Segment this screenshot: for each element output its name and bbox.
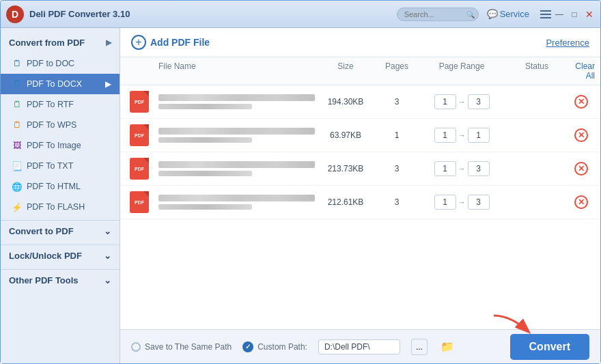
arrow-icon: →	[458, 198, 466, 206]
app-window: D Deli PDF Converter 3.10 💬 Service — □ …	[0, 0, 601, 364]
search-input[interactable]	[397, 8, 479, 21]
app-title: Deli PDF Converter 3.10	[29, 9, 397, 19]
page-from-input[interactable]	[434, 128, 456, 143]
sidebar-section-lock-unlock[interactable]: Lock/Unlock PDF ⌄	[1, 244, 120, 266]
filename-cell	[153, 195, 315, 210]
main-content: + Add PDF File Preference File Name Size…	[120, 28, 600, 363]
sidebar-item-pdf-to-docx[interactable]: 🗒 PDF To DOCX ▶	[1, 74, 120, 94]
search-wrap	[397, 8, 479, 21]
table-row: PDF 213.73KB 3 → ✕	[120, 152, 600, 186]
table-row: PDF 63.97KB 1 → ✕	[120, 119, 600, 152]
pages-cell: 3	[376, 197, 417, 207]
file-icon-cell: PDF	[126, 91, 153, 113]
sidebar-section-convert-from-pdf[interactable]: Convert from PDF ▶	[1, 32, 120, 53]
docx-icon: 🗒	[12, 79, 23, 89]
titlebar: D Deli PDF Converter 3.10 💬 Service — □ …	[1, 1, 600, 28]
sidebar-item-pdf-to-html[interactable]: 🌐 PDF To HTML	[1, 176, 120, 197]
open-folder-button[interactable]: 📁	[438, 338, 456, 356]
chevron-down-icon2: ⌄	[104, 251, 111, 261]
remove-circle-icon: ✕	[574, 162, 588, 176]
remove-circle-icon: ✕	[574, 195, 588, 209]
txt-icon: 📃	[12, 160, 23, 171]
pdf-file-icon: PDF	[130, 191, 149, 213]
sidebar-item-pdf-to-wps[interactable]: 🗒 PDF To WPS	[1, 115, 120, 135]
close-button[interactable]: ✕	[584, 9, 595, 20]
page-range-cell: →	[417, 128, 506, 143]
pdf-file-icon: PDF	[130, 158, 149, 180]
sidebar-item-pdf-to-flash[interactable]: ⚡ PDF To FLASH	[1, 197, 120, 217]
service-button[interactable]: 💬 Service	[487, 9, 529, 19]
page-to-input[interactable]	[468, 161, 490, 176]
menu-button[interactable]	[537, 8, 554, 21]
remove-button[interactable]: ✕	[568, 128, 595, 142]
doc-icon: 🗒	[12, 58, 23, 69]
filename-cell	[153, 161, 315, 176]
page-from-input[interactable]	[434, 195, 456, 210]
html-icon: 🌐	[12, 181, 23, 192]
minimize-button[interactable]: —	[554, 9, 565, 20]
col-size-header: Size	[315, 61, 376, 81]
chevron-down-icon3: ⌄	[104, 275, 111, 285]
add-pdf-button[interactable]: + Add PDF File	[131, 35, 210, 50]
page-range-cell: →	[417, 195, 506, 210]
sidebar-item-pdf-to-image[interactable]: 🖼 PDF To Image	[1, 135, 120, 156]
table-header: File Name Size Pages Page Range Status C…	[120, 57, 600, 85]
page-to-input[interactable]	[468, 195, 490, 210]
app-logo: D	[6, 5, 24, 23]
bottom-bar: Save to The Same Path ✓ Custom Path: ...…	[120, 329, 600, 363]
col-filename-header: File Name	[153, 61, 315, 81]
pages-cell: 1	[376, 130, 417, 140]
flash-icon: ⚡	[12, 201, 23, 212]
pdf-file-icon: PDF	[130, 124, 149, 146]
remove-button[interactable]: ✕	[568, 195, 595, 209]
sidebar-section-convert-to-pdf[interactable]: Convert to PDF ⌄	[1, 220, 120, 242]
pdf-file-icon: PDF	[130, 91, 149, 113]
sidebar-item-pdf-to-rtf[interactable]: 🗒 PDF To RTF	[1, 94, 120, 115]
sidebar-item-pdf-to-doc[interactable]: 🗒 PDF to DOC	[1, 53, 120, 74]
filename-blur	[158, 161, 315, 168]
browse-button[interactable]: ...	[411, 339, 428, 355]
size-cell: 194.30KB	[315, 97, 376, 107]
page-to-input[interactable]	[468, 128, 490, 143]
save-same-path-option[interactable]: Save to The Same Path	[131, 342, 232, 352]
sidebar-item-pdf-to-txt[interactable]: 📃 PDF To TXT	[1, 156, 120, 176]
remove-button[interactable]: ✕	[568, 162, 595, 176]
page-to-input[interactable]	[468, 94, 490, 109]
arrow-right-icon: ▶	[105, 79, 111, 89]
chevron-down-icon: ⌄	[104, 226, 111, 236]
service-icon: 💬	[487, 9, 498, 19]
clear-all-button[interactable]: Clear All	[568, 61, 595, 81]
size-cell: 212.61KB	[315, 197, 376, 207]
col-status-header: Status	[506, 61, 568, 81]
page-from-input[interactable]	[434, 94, 456, 109]
col-icon-header	[126, 61, 153, 81]
file-icon-cell: PDF	[126, 124, 153, 146]
filename-blur2	[158, 104, 252, 109]
sidebar-section-other-tools[interactable]: Other PDF Tools ⌄	[1, 269, 120, 291]
col-pagerange-header: Page Range	[417, 61, 506, 81]
save-same-path-radio[interactable]	[131, 342, 141, 352]
filename-blur	[158, 94, 315, 101]
custom-path-input[interactable]	[318, 339, 400, 354]
remove-button[interactable]: ✕	[568, 95, 595, 109]
arrow-icon: →	[458, 98, 466, 106]
page-from-input[interactable]	[434, 161, 456, 176]
size-cell: 213.73KB	[315, 164, 376, 173]
filename-cell	[153, 128, 315, 143]
pages-cell: 3	[376, 164, 417, 173]
custom-path-check-icon: ✓	[242, 341, 253, 352]
filename-blur	[158, 195, 315, 201]
sidebar: Convert from PDF ▶ 🗒 PDF to DOC 🗒 PDF To…	[1, 28, 120, 363]
filename-blur	[158, 128, 315, 135]
rtf-icon: 🗒	[12, 99, 23, 110]
preference-link[interactable]: Preference	[546, 38, 589, 48]
file-icon-cell: PDF	[126, 158, 153, 180]
col-pages-header: Pages	[376, 61, 417, 81]
page-range-cell: →	[417, 161, 506, 176]
arrow-icon: →	[458, 165, 466, 173]
maximize-button[interactable]: □	[569, 9, 580, 20]
chevron-right-icon: ▶	[106, 38, 111, 47]
remove-circle-icon: ✕	[574, 128, 588, 142]
main-header: + Add PDF File Preference	[120, 28, 600, 57]
convert-area: Convert	[510, 334, 589, 360]
